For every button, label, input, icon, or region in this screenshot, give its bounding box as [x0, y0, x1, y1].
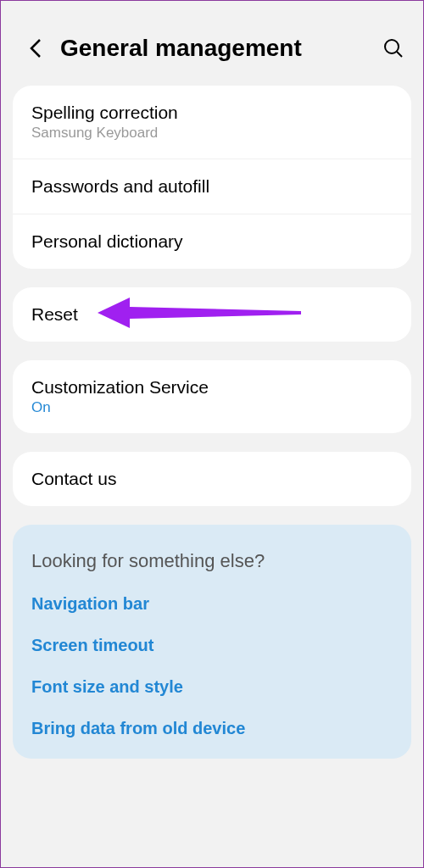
related-settings-card: Looking for something else? Navigation b…	[13, 525, 411, 759]
link-navigation-bar[interactable]: Navigation bar	[31, 594, 393, 614]
page-title: General management	[60, 35, 381, 62]
setting-subtitle: Samsung Keyboard	[31, 125, 393, 142]
setting-title: Contact us	[31, 469, 393, 489]
search-icon[interactable]	[381, 36, 406, 61]
setting-contact-us[interactable]: Contact us	[13, 452, 411, 506]
header: General management	[1, 1, 423, 86]
setting-title: Passwords and autofill	[31, 176, 393, 197]
svg-point-0	[385, 40, 399, 53]
back-icon[interactable]	[23, 36, 48, 61]
setting-title: Customization Service	[31, 377, 393, 398]
setting-title: Personal dictionary	[31, 231, 393, 252]
setting-personal-dictionary[interactable]: Personal dictionary	[13, 214, 411, 269]
setting-customization-service[interactable]: Customization Service On	[13, 360, 411, 433]
setting-spelling-correction[interactable]: Spelling correction Samsung Keyboard	[13, 86, 411, 159]
settings-group-customization: Customization Service On	[13, 360, 411, 433]
setting-passwords-autofill[interactable]: Passwords and autofill	[13, 159, 411, 214]
settings-group-contact: Contact us	[13, 452, 411, 506]
svg-line-1	[397, 52, 402, 57]
link-screen-timeout[interactable]: Screen timeout	[31, 636, 393, 655]
settings-group-reset: Reset	[13, 287, 411, 342]
setting-reset[interactable]: Reset	[13, 287, 411, 342]
related-heading: Looking for something else?	[31, 550, 393, 572]
setting-title: Reset	[31, 304, 393, 325]
link-bring-data[interactable]: Bring data from old device	[31, 719, 393, 738]
setting-title: Spelling correction	[31, 103, 393, 123]
link-font-size-style[interactable]: Font size and style	[31, 677, 393, 697]
setting-status: On	[31, 399, 393, 416]
settings-group-keyboard: Spelling correction Samsung Keyboard Pas…	[13, 86, 411, 269]
